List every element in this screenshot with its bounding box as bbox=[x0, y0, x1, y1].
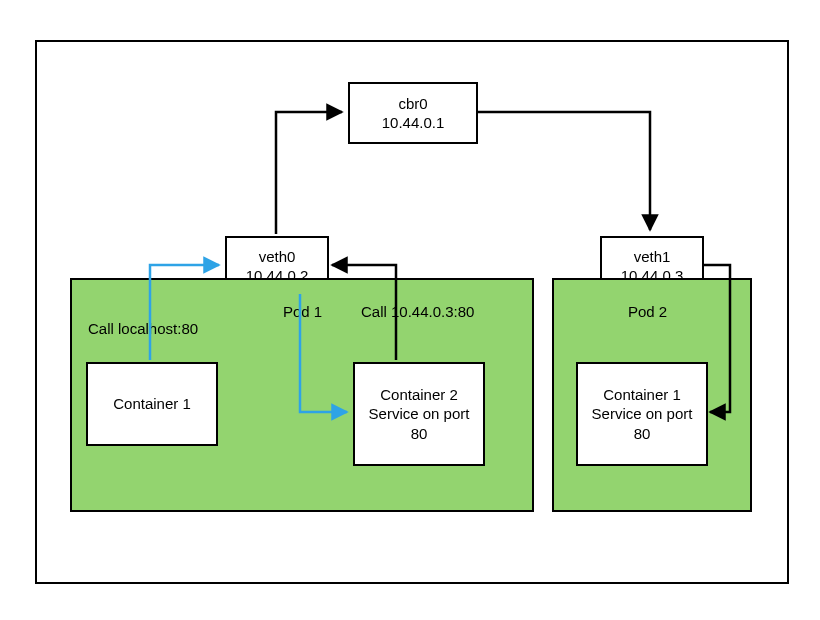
bridge-cbr0: cbr0 10.44.0.1 bbox=[348, 82, 478, 144]
veth0-name: veth0 bbox=[259, 247, 296, 267]
diagram-canvas: cbr0 10.44.0.1 veth0 10.44.0.2 veth1 10.… bbox=[0, 0, 820, 620]
pod1-container2: Container 2 Service on port 80 bbox=[353, 362, 485, 466]
pod2-container1: Container 1 Service on port 80 bbox=[576, 362, 708, 466]
pod2-container1-line1: Container 1 bbox=[603, 385, 681, 405]
pod1-container1-title: Container 1 bbox=[113, 394, 191, 414]
veth1-name: veth1 bbox=[634, 247, 671, 267]
pod1-container2-line2: Service on port bbox=[369, 404, 470, 424]
pod1-container2-line3: 80 bbox=[411, 424, 428, 444]
pod2-container1-line3: 80 bbox=[634, 424, 651, 444]
pod2-label: Pod 2 bbox=[628, 303, 667, 320]
pod1-label: Pod 1 bbox=[283, 303, 322, 320]
bridge-ip: 10.44.0.1 bbox=[382, 113, 445, 133]
call-remote-label: Call 10.44.0.3:80 bbox=[361, 303, 474, 320]
pod1-container2-line1: Container 2 bbox=[380, 385, 458, 405]
pod2-container1-line2: Service on port bbox=[592, 404, 693, 424]
call-localhost-label: Call localhost:80 bbox=[88, 320, 198, 337]
bridge-name: cbr0 bbox=[398, 94, 427, 114]
pod1-container1: Container 1 bbox=[86, 362, 218, 446]
